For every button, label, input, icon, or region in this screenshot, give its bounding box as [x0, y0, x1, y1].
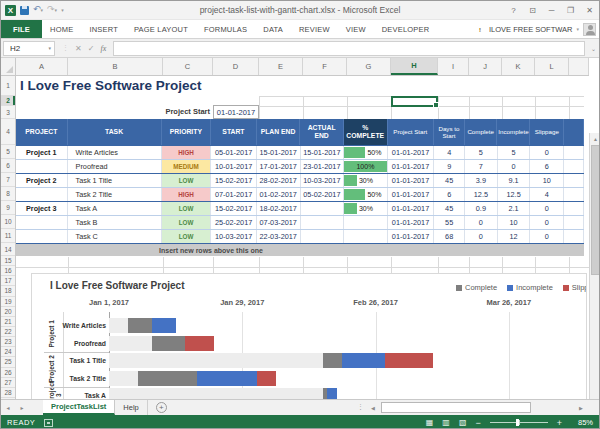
ribbon-tab-data[interactable]: DATA: [255, 20, 291, 38]
cell-G11[interactable]: [344, 230, 388, 243]
column-header-D[interactable]: D: [213, 58, 259, 75]
row-header-28[interactable]: 28: [1, 388, 15, 398]
cell-D9[interactable]: 15-02-2017: [211, 202, 257, 215]
row-header-22[interactable]: 22: [1, 327, 15, 337]
cell-J7[interactable]: 3.9: [465, 174, 498, 187]
row-header-17[interactable]: 17: [1, 276, 15, 286]
cell-H9[interactable]: 01-01-2017: [388, 202, 435, 215]
row-header-20[interactable]: 20: [1, 307, 15, 317]
cell-I11[interactable]: 68: [434, 230, 465, 243]
cell-D11[interactable]: 10-03-2017: [211, 230, 257, 243]
restore-button[interactable]: ❐: [561, 1, 580, 19]
ribbon-tab-formulas[interactable]: FORMULAS: [196, 20, 255, 38]
zoom-slider-handle[interactable]: [516, 419, 519, 426]
customize-qat-icon[interactable]: ▾: [61, 7, 64, 13]
cell-L7[interactable]: 10: [530, 174, 564, 187]
cell-K10[interactable]: 10: [498, 216, 531, 229]
cell-E8[interactable]: 01-02-2017: [257, 188, 301, 201]
name-box[interactable]: H2▾: [3, 41, 55, 56]
cell-B5[interactable]: Write Articles: [68, 146, 162, 159]
namebox-dropdown-icon[interactable]: ▾: [48, 45, 51, 51]
column-header-J[interactable]: J: [469, 58, 502, 75]
cell-B7[interactable]: Task 1 Title: [68, 174, 162, 187]
cell-C5[interactable]: HIGH: [162, 146, 212, 159]
cell-G10[interactable]: [344, 216, 388, 229]
page-break-view-icon[interactable]: ▧: [459, 418, 467, 428]
cell-partial-11[interactable]: [564, 230, 584, 243]
cell-I9[interactable]: 45: [434, 202, 465, 215]
selected-cell-outline[interactable]: [391, 96, 438, 107]
gantt-chart[interactable]: I Love Free Software Project CompleteInc…: [31, 273, 587, 399]
cell-A5[interactable]: Project 1: [16, 146, 68, 159]
cell-E11[interactable]: 22-03-2017: [257, 230, 301, 243]
column-header-I[interactable]: I: [438, 58, 469, 75]
zoom-out-icon[interactable]: −: [475, 418, 480, 428]
row-header-5[interactable]: 5: [1, 145, 15, 159]
cell-F5[interactable]: 15-01-2017: [301, 146, 345, 159]
column-header-E[interactable]: E: [259, 58, 303, 75]
row-header-8[interactable]: 8: [1, 187, 15, 201]
cell-A7[interactable]: Project 2: [16, 174, 68, 187]
insert-rows-note-row[interactable]: Insert new rows above this one: [16, 243, 584, 256]
cell-I7[interactable]: 45: [434, 174, 465, 187]
ribbon-tab-file[interactable]: FILE: [1, 20, 42, 38]
new-sheet-icon[interactable]: +: [156, 402, 167, 413]
ribbon-tab-view[interactable]: VIEW: [338, 20, 374, 38]
row-header-2[interactable]: 2: [1, 96, 15, 106]
cell-D6[interactable]: 10-01-2017: [211, 160, 257, 173]
cancel-icon[interactable]: ✕: [75, 44, 82, 53]
cell-C8[interactable]: HIGH: [162, 188, 212, 201]
cell-B8[interactable]: Task 2 Title: [68, 188, 162, 201]
cell-E5[interactable]: 15-01-2017: [257, 146, 301, 159]
ribbon-tab-home[interactable]: HOME: [42, 20, 81, 38]
cell-C10[interactable]: LOW: [162, 216, 212, 229]
cell-L11[interactable]: 0: [530, 230, 564, 243]
cell-F10[interactable]: [301, 216, 345, 229]
page-layout-view-icon[interactable]: ▥: [442, 418, 450, 428]
scroll-left-icon[interactable]: ◀: [367, 401, 379, 414]
normal-view-icon[interactable]: ▦: [426, 418, 434, 428]
row-header-4[interactable]: 4: [1, 119, 15, 145]
row-header-10[interactable]: 10: [1, 215, 15, 229]
cell-L9[interactable]: 0: [530, 202, 564, 215]
cell-C9[interactable]: LOW: [162, 202, 212, 215]
cell-G9[interactable]: 30%: [344, 202, 388, 215]
cell-J5[interactable]: 5: [465, 146, 498, 159]
zoom-slider[interactable]: [490, 422, 548, 423]
minimize-button[interactable]: ─: [542, 1, 561, 19]
cell-H10[interactable]: 01-01-2017: [388, 216, 435, 229]
save-icon[interactable]: [20, 6, 29, 15]
cell-D10[interactable]: 25-02-2017: [211, 216, 257, 229]
formula-input[interactable]: [113, 41, 585, 56]
cell-C11[interactable]: LOW: [162, 230, 212, 243]
column-header-C[interactable]: C: [163, 58, 213, 75]
cell-A10[interactable]: [16, 216, 68, 229]
row-header-6[interactable]: 6: [1, 159, 15, 173]
row-header-11[interactable]: 11: [1, 229, 15, 243]
cell-partial-5[interactable]: [564, 146, 584, 159]
project-start-value[interactable]: 01-01-2017: [213, 105, 259, 119]
column-header-B[interactable]: B: [68, 58, 163, 75]
undo-icon[interactable]: ↶▾: [33, 5, 43, 15]
cell-I10[interactable]: 55: [434, 216, 465, 229]
row-header-21[interactable]: 21: [1, 317, 15, 327]
cell-G8[interactable]: 50%: [344, 188, 388, 201]
cell-G5[interactable]: 50%: [344, 146, 388, 159]
cell-B10[interactable]: Task B: [68, 216, 162, 229]
cell-partial-7[interactable]: [564, 174, 584, 187]
cell-C7[interactable]: LOW: [162, 174, 212, 187]
cell-E7[interactable]: 28-02-2017: [257, 174, 301, 187]
column-header-F[interactable]: F: [303, 58, 347, 75]
row-header-7[interactable]: 7: [1, 173, 15, 187]
cell-J6[interactable]: 7: [465, 160, 498, 173]
ribbon-tab-page-layout[interactable]: PAGE LAYOUT: [126, 20, 196, 38]
cell-B6[interactable]: Proofread: [68, 160, 162, 173]
row-header-26[interactable]: 26: [1, 368, 15, 378]
cell-I5[interactable]: 4: [434, 146, 465, 159]
select-all-corner[interactable]: [1, 58, 16, 75]
cell-H5[interactable]: 01-01-2017: [388, 146, 435, 159]
row-header-18[interactable]: 18: [1, 286, 15, 296]
cells-area[interactable]: I Love Free Software Project Project Sta…: [16, 76, 589, 399]
row-header-25[interactable]: 25: [1, 357, 15, 367]
user-avatar[interactable]: [583, 23, 596, 36]
